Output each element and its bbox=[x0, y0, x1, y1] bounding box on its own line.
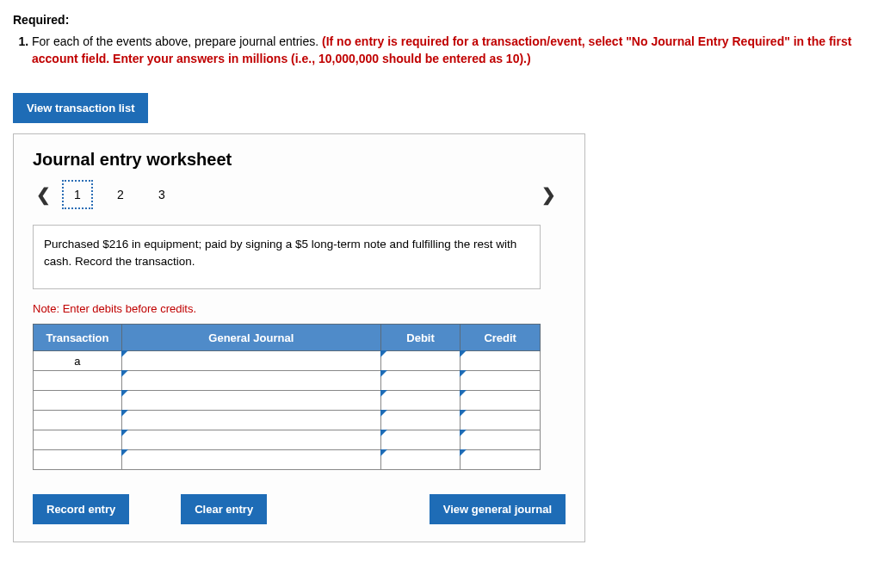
cell-general-journal[interactable] bbox=[121, 411, 380, 430]
problem-prefix: For each of the events above, prepare jo… bbox=[32, 34, 322, 48]
cell-debit[interactable] bbox=[380, 430, 461, 450]
cell-transaction bbox=[34, 450, 122, 470]
chevron-left-icon[interactable]: ❮ bbox=[33, 184, 53, 205]
cell-debit[interactable] bbox=[380, 411, 461, 430]
cell-general-journal[interactable] bbox=[121, 371, 380, 391]
header-debit: Debit bbox=[380, 325, 461, 351]
required-heading: Required: bbox=[13, 13, 871, 27]
clear-entry-button[interactable]: Clear entry bbox=[181, 494, 267, 524]
cell-transaction bbox=[34, 371, 122, 391]
journal-table: Transaction General Journal Debit Credit… bbox=[33, 324, 541, 470]
page-button-2[interactable]: 2 bbox=[107, 182, 134, 207]
pager-row: ❮ 1 2 3 ❯ bbox=[33, 180, 566, 209]
worksheet-panel: Journal entry worksheet ❮ 1 2 3 ❯ Purcha… bbox=[13, 133, 585, 542]
transaction-prompt: Purchased $216 in equipment; paid by sig… bbox=[33, 225, 541, 289]
cell-general-journal[interactable] bbox=[121, 450, 380, 470]
chevron-right-icon[interactable]: ❯ bbox=[538, 184, 559, 205]
page-button-3[interactable]: 3 bbox=[148, 182, 176, 207]
problem-list: For each of the events above, prepare jo… bbox=[13, 34, 871, 67]
cell-debit[interactable] bbox=[380, 450, 461, 470]
view-transaction-list-button[interactable]: View transaction list bbox=[13, 93, 148, 123]
table-row bbox=[34, 450, 541, 470]
view-general-journal-button[interactable]: View general journal bbox=[430, 494, 566, 524]
record-entry-button[interactable]: Record entry bbox=[33, 494, 129, 524]
cell-transaction bbox=[34, 430, 122, 450]
problem-item-1: For each of the events above, prepare jo… bbox=[32, 34, 871, 67]
page-button-1[interactable]: 1 bbox=[62, 180, 93, 209]
worksheet-title: Journal entry worksheet bbox=[33, 150, 566, 170]
cell-debit[interactable] bbox=[380, 371, 461, 391]
table-row bbox=[34, 411, 541, 430]
cell-transaction bbox=[34, 391, 122, 411]
cell-general-journal[interactable] bbox=[121, 430, 380, 450]
cell-credit[interactable] bbox=[461, 371, 541, 391]
cell-general-journal[interactable] bbox=[121, 351, 380, 371]
table-row: a bbox=[34, 351, 541, 371]
cell-debit[interactable] bbox=[380, 391, 461, 411]
header-transaction: Transaction bbox=[34, 325, 122, 351]
cell-transaction: a bbox=[34, 351, 122, 371]
cell-general-journal[interactable] bbox=[121, 391, 380, 411]
cell-credit[interactable] bbox=[461, 351, 541, 371]
cell-credit[interactable] bbox=[461, 391, 541, 411]
cell-credit[interactable] bbox=[461, 411, 541, 430]
header-general-journal: General Journal bbox=[121, 325, 380, 351]
table-row bbox=[34, 391, 541, 411]
button-row: Record entry Clear entry View general jo… bbox=[33, 494, 566, 524]
cell-credit[interactable] bbox=[461, 450, 541, 470]
table-row bbox=[34, 371, 541, 391]
cell-transaction bbox=[34, 411, 122, 430]
table-row bbox=[34, 430, 541, 450]
cell-credit[interactable] bbox=[461, 430, 541, 450]
cell-debit[interactable] bbox=[380, 351, 461, 371]
note-debits-before-credits: Note: Enter debits before credits. bbox=[33, 302, 566, 315]
header-credit: Credit bbox=[461, 325, 541, 351]
